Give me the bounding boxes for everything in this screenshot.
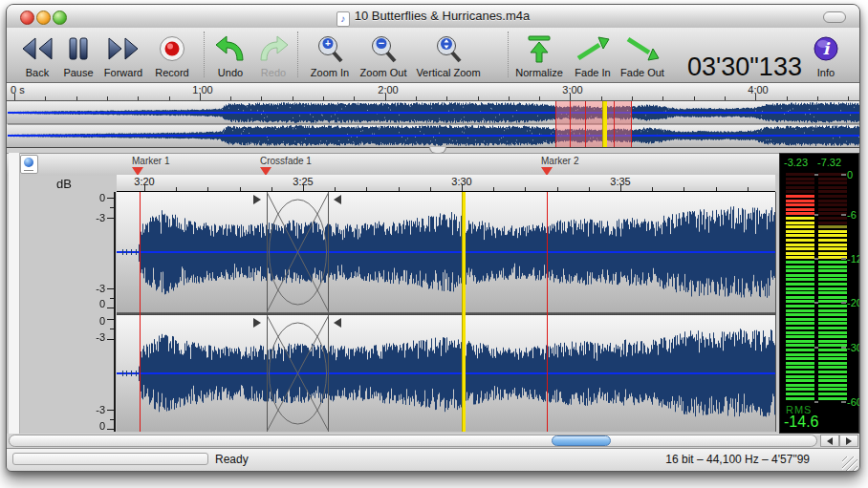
scroll-left-arrow[interactable] — [820, 435, 839, 447]
db-tick — [107, 339, 114, 340]
zoom-in-button[interactable]: + Zoom In — [304, 30, 356, 79]
vertical-zoom-button[interactable]: Vertical Zoom — [408, 30, 488, 79]
ruler-tick — [557, 187, 558, 191]
meter-segment — [786, 190, 814, 193]
meter-segment — [818, 397, 847, 400]
meter-segment — [786, 244, 814, 246]
meter-scale-label: -60 — [847, 396, 860, 408]
meter-scale-tick — [841, 302, 846, 304]
meter-segment — [786, 362, 814, 365]
overview-selection[interactable] — [555, 101, 632, 147]
pause-button[interactable]: Pause — [57, 30, 99, 79]
meter-scale-tick — [814, 174, 818, 176]
overview-timeline-ruler[interactable]: 0 s 1:00 2:00 3:00 4:00 — [7, 83, 859, 100]
playback-cursor[interactable] — [462, 192, 466, 432]
meter-segment — [818, 278, 847, 281]
meter-segment — [818, 379, 847, 382]
meter-segment — [818, 313, 847, 316]
overview-tick-label: 2:00 — [369, 84, 407, 95]
app-window: ♪10 Butterflies & Hurricanes.m4a Back Pa… — [6, 4, 860, 472]
meter-scale-tick — [841, 174, 846, 176]
resize-grip[interactable] — [842, 456, 857, 472]
overview-waveform-pane[interactable] — [7, 100, 860, 148]
meter-scale-tick — [841, 214, 846, 216]
meter-segment — [786, 353, 814, 356]
channel-1[interactable] — [117, 192, 775, 312]
meter-segment — [786, 217, 814, 220]
meter-segment — [818, 261, 847, 264]
marker-bar[interactable]: Marker 1 Crossfade 1 Marker 2 — [7, 153, 859, 176]
horizontal-scrollbar[interactable] — [7, 434, 859, 448]
cursor-position-value: 03'30"133 — [673, 53, 816, 82]
toolbar-toggle-pill[interactable] — [823, 11, 846, 23]
meter-scale-label: -30 — [847, 342, 860, 353]
crossfade-right-handle-icon[interactable] — [334, 318, 341, 328]
crossfade-region[interactable] — [267, 315, 329, 432]
meter-segment — [818, 252, 847, 255]
meter-segment — [818, 265, 847, 268]
meter-segment — [818, 186, 847, 189]
meter-segment — [786, 318, 814, 321]
scrollbar-track[interactable] — [9, 435, 817, 447]
db-tick-label: 0 — [76, 315, 105, 327]
selection-edge-line — [555, 101, 556, 147]
crossfade-left-handle-icon[interactable] — [253, 318, 261, 328]
info-button[interactable]: i Info — [807, 30, 845, 79]
meter-segment — [818, 393, 847, 395]
main-waveform-channel-2[interactable] — [117, 315, 775, 432]
audio-file-icon[interactable] — [20, 155, 38, 174]
meter-segment — [818, 230, 847, 233]
meter-segment — [786, 212, 814, 215]
db-tick-label: -3 — [76, 404, 105, 415]
ruler-tick — [207, 187, 208, 191]
toolbar-separator — [297, 32, 298, 77]
main-waveform-channel-1[interactable] — [117, 192, 775, 312]
meter-segment — [786, 261, 814, 264]
record-icon — [159, 30, 185, 67]
fade-out-button[interactable]: Fade Out — [617, 30, 668, 79]
zoom-out-button[interactable]: − Zoom Out — [355, 30, 412, 79]
crossfade-region[interactable] — [267, 192, 329, 312]
normalize-button[interactable]: Normalize — [509, 30, 570, 79]
fade-out-icon — [625, 30, 660, 67]
meter-segment — [818, 244, 847, 246]
back-button[interactable]: Back — [16, 30, 58, 79]
overview-waveform[interactable] — [8, 101, 860, 147]
fade-in-button[interactable]: Fade In — [569, 30, 617, 79]
meter-segment — [786, 309, 814, 312]
overview-tick-label: 4:00 — [739, 84, 777, 95]
db-tick-label: 0 — [76, 298, 105, 309]
meter-scale-label: -20 — [847, 297, 860, 308]
scrollbar-thumb[interactable] — [552, 435, 611, 446]
meter-segment — [786, 274, 814, 277]
record-button[interactable]: Record — [148, 30, 196, 79]
meter-segment — [786, 173, 814, 176]
meter-segment — [818, 269, 847, 272]
toolbar-separator — [204, 32, 205, 77]
meter-segment — [818, 327, 847, 329]
waveform-editor[interactable] — [117, 192, 776, 432]
meter-segment — [786, 208, 814, 211]
info-icon: i — [813, 30, 839, 67]
overview-tick-label: 1:00 — [184, 84, 222, 95]
forward-button[interactable]: Forward — [97, 30, 150, 79]
meter-segment — [786, 335, 814, 338]
meter-segment — [786, 269, 814, 272]
marker-1-line — [140, 192, 141, 432]
crossfade-left-handle-icon[interactable] — [253, 195, 261, 204]
peak-right-readout: -7.32 — [817, 157, 841, 168]
undo-button[interactable]: Undo — [211, 30, 250, 79]
editor-timeline-ruler[interactable]: 3:20 3:25 3:30 3:35 — [117, 175, 775, 192]
selection-marker-line — [570, 101, 571, 147]
meter-segment — [818, 353, 847, 356]
meter-segment — [786, 291, 814, 294]
meter-segment — [818, 234, 847, 237]
redo-icon — [257, 30, 290, 67]
channel-2[interactable] — [117, 315, 775, 432]
meter-segment — [786, 252, 814, 255]
crossfade-right-handle-icon[interactable] — [334, 195, 341, 204]
overview-tick-label: 3:00 — [553, 84, 592, 95]
meter-segment — [786, 230, 814, 233]
titlebar[interactable]: ♪10 Butterflies & Hurricanes.m4a — [7, 5, 859, 29]
scroll-right-arrow[interactable] — [839, 435, 858, 447]
